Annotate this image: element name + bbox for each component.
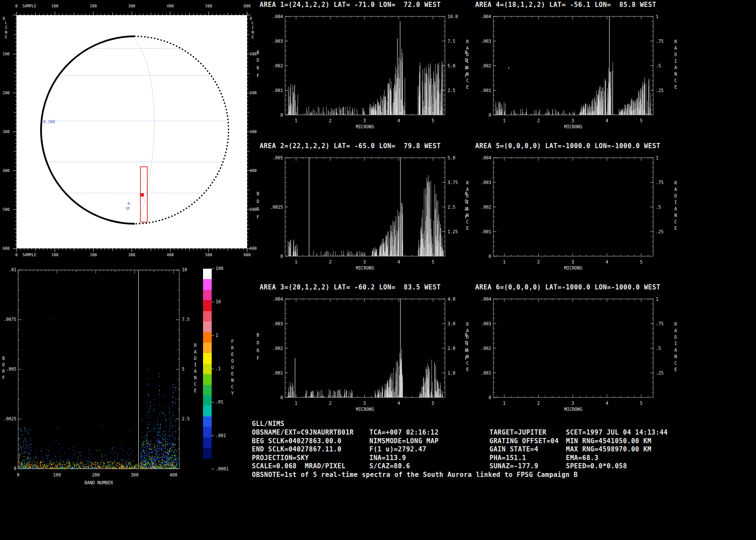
svg-text:5.0: 5.0 — [448, 156, 455, 160]
svg-text:.0075: .0075 — [3, 317, 16, 322]
nims-realtime-display: 00100100200200300300400400500500600600SA… — [0, 0, 756, 540]
info-field: PROJECTION=SKY — [252, 454, 309, 462]
svg-text:.005: .005 — [273, 156, 283, 160]
info-field: EMA=68.3 — [566, 454, 598, 462]
svg-text:.003: .003 — [273, 39, 283, 44]
svg-text:U: U — [231, 365, 234, 370]
svg-text:.75: .75 — [656, 180, 664, 185]
svg-text:2.0: 2.0 — [448, 346, 455, 351]
svg-text:1: 1 — [216, 333, 218, 338]
svg-text:.004: .004 — [273, 297, 283, 302]
svg-text:3: 3 — [572, 118, 574, 123]
svg-text:.003: .003 — [481, 39, 491, 44]
svg-text:3.75: 3.75 — [448, 180, 458, 185]
frequency-colorbar: 100101.1.01.001.0001FREQUENCY — [201, 266, 251, 474]
svg-text:R: R — [257, 66, 260, 70]
svg-text:1: 1 — [656, 297, 658, 302]
spectrum-panel-area5: AREA 5=(0,0,0,0) LAT=-1000.0 LON=-1000.0… — [460, 141, 687, 279]
svg-text:400: 400 — [167, 4, 174, 8]
svg-text:0: 0 — [15, 253, 17, 257]
svg-text:D: D — [257, 340, 259, 345]
spectrum-panel-area1: AREA 1=(24,1,2,2) LAT= -71.0 LON= 72.0 W… — [252, 0, 479, 137]
svg-text:R: R — [194, 343, 197, 348]
svg-text:1: 1 — [503, 401, 505, 406]
svg-text:R: R — [465, 66, 468, 70]
svg-text:.25: .25 — [656, 88, 664, 93]
svg-text:B: B — [465, 191, 467, 196]
svg-text:F: F — [231, 339, 234, 344]
svg-text:4: 4 — [397, 401, 400, 406]
svg-text:.005: .005 — [6, 367, 16, 372]
svg-text:F: F — [465, 356, 467, 361]
svg-text:3: 3 — [363, 401, 366, 406]
svg-text:D: D — [2, 362, 5, 367]
svg-text:N: N — [674, 72, 677, 76]
spectrum-plot-holder: 12345.005.002505.03.752.51.25BDRFRADIANC… — [252, 148, 476, 280]
svg-text:200: 200 — [92, 473, 100, 477]
svg-text:D: D — [465, 58, 467, 63]
svg-text:B: B — [465, 333, 467, 337]
info-field: TCA=+007 02:16:12 — [369, 429, 438, 436]
svg-text:C: C — [674, 219, 677, 224]
svg-text:C: C — [674, 361, 677, 365]
svg-text:.0025: .0025 — [3, 416, 16, 421]
svg-text:.001: .001 — [481, 88, 491, 93]
svg-text:B: B — [257, 50, 259, 55]
area3-plot: 12345.004.003.002.00104.03.02.01.0BDRFRA… — [252, 289, 476, 419]
svg-text:1: 1 — [503, 260, 505, 264]
info-field: SUNAZ=-177.9 — [489, 462, 538, 470]
svg-text:F: F — [2, 375, 5, 380]
svg-text:R: R — [674, 322, 677, 327]
info-field: SPEED=0.0*0.058 — [566, 462, 627, 470]
band-scatter-plot: 0100200300400.01.0075.005.00250107.552.5… — [0, 266, 201, 495]
svg-text:D: D — [257, 58, 259, 63]
area5-plot: 12345.004.003.002.00101.75.5.25BDRFRADIA… — [460, 148, 685, 278]
svg-text:2: 2 — [537, 118, 540, 123]
svg-text:7.5: 7.5 — [182, 317, 190, 322]
area2-plot: 12345.005.002505.03.752.51.25BDRFRADIANC… — [252, 148, 476, 278]
svg-text:.001: .001 — [481, 229, 491, 234]
svg-text:0: 0 — [489, 113, 491, 118]
svg-text:.001: .001 — [273, 88, 283, 93]
svg-text:F: F — [465, 215, 467, 219]
svg-text:2: 2 — [329, 118, 332, 123]
info-field: TARGET=JUPITER — [489, 429, 546, 436]
svg-text:4: 4 — [606, 118, 608, 123]
svg-text:1: 1 — [295, 401, 297, 406]
svg-text:E: E — [194, 388, 197, 393]
svg-text:.0025: .0025 — [270, 205, 283, 210]
svg-text:R: R — [465, 207, 468, 212]
info-field: GAIN STATE=4 — [489, 445, 538, 453]
svg-text:10.0: 10.0 — [448, 14, 458, 19]
frequency-colorbar-scale: 100101.1.01.001.0001FREQUENCY — [201, 266, 251, 474]
svg-text:300: 300 — [3, 130, 10, 134]
svg-text:100: 100 — [216, 266, 223, 271]
spectrum-panel-area6: AREA 6=(0,0,0,0) LAT=-1000.0 LON=-1000.0… — [460, 283, 687, 420]
info-field: OBSNOTE=1st of 5 real-time spectra of th… — [252, 471, 578, 479]
svg-text:3.0: 3.0 — [448, 321, 455, 326]
svg-text:5: 5 — [182, 367, 184, 372]
svg-text:200: 200 — [3, 91, 10, 95]
svg-text:E: E — [674, 85, 677, 89]
svg-text:500: 500 — [3, 207, 10, 212]
svg-text:D: D — [257, 199, 259, 204]
svg-text:A: A — [194, 349, 197, 354]
info-field: GLL/NIMS — [252, 420, 284, 428]
svg-text:A: A — [674, 46, 677, 51]
svg-text:1.25: 1.25 — [448, 229, 458, 234]
svg-text:.004: .004 — [273, 14, 283, 19]
svg-text:I: I — [674, 341, 677, 346]
svg-text:F: F — [257, 215, 259, 219]
svg-text:Y: Y — [231, 391, 234, 396]
band-scatter-panel: 0100200300400.01.0075.005.00250107.552.5… — [0, 266, 201, 495]
svg-text:4: 4 — [397, 260, 400, 264]
svg-text:0: 0 — [489, 254, 491, 259]
svg-text:N: N — [674, 354, 677, 359]
svg-text:C: C — [674, 78, 677, 83]
info-field: SCET=1997 JUL 04 14:13:44 — [566, 429, 668, 436]
svg-text:C: C — [231, 384, 234, 389]
svg-text:.01: .01 — [9, 267, 16, 272]
svg-text:.25: .25 — [656, 229, 664, 234]
svg-text:C: C — [194, 382, 197, 387]
svg-text:A: A — [674, 328, 677, 333]
